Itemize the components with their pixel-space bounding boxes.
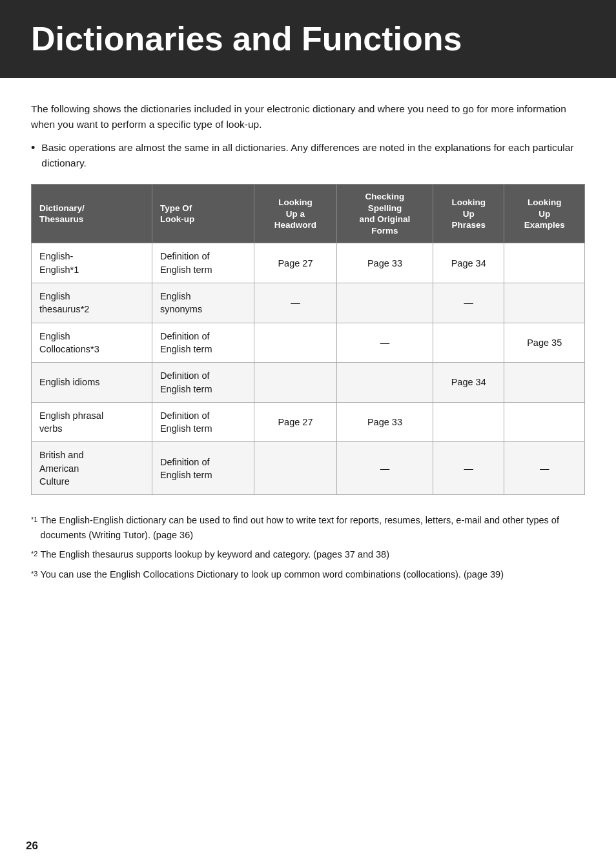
cell-headword: Page 27 bbox=[254, 243, 336, 283]
cell-phrases: — bbox=[433, 283, 504, 323]
table-row: English idiomsDefinition ofEnglish termP… bbox=[32, 363, 585, 403]
cell-type: Englishsynonyms bbox=[152, 283, 254, 323]
col-header-dict: Dictionary/Thesaurus bbox=[32, 185, 152, 243]
cell-type: Definition ofEnglish term bbox=[152, 363, 254, 403]
cell-spelling: — bbox=[336, 442, 433, 495]
cell-spelling bbox=[336, 283, 433, 323]
cell-examples bbox=[504, 363, 585, 403]
footnote-item: *2The English thesaurus supports lookup … bbox=[31, 547, 585, 561]
cell-type: Definition ofEnglish term bbox=[152, 323, 254, 363]
cell-phrases: Page 34 bbox=[433, 363, 504, 403]
cell-phrases: Page 34 bbox=[433, 243, 504, 283]
intro-paragraph: The following shows the dictionaries inc… bbox=[31, 101, 585, 132]
col-header-spelling: CheckingSpellingand OriginalForms bbox=[336, 185, 433, 243]
table-row: EnglishCollocations*3Definition ofEnglis… bbox=[32, 323, 585, 363]
bullet-item: • Basic operations are almost the same i… bbox=[31, 140, 585, 171]
cell-spelling: — bbox=[336, 323, 433, 363]
table-row: English phrasalverbsDefinition ofEnglish… bbox=[32, 402, 585, 442]
cell-type: Definition ofEnglish term bbox=[152, 442, 254, 495]
cell-headword: Page 27 bbox=[254, 402, 336, 442]
cell-dict: English-English*1 bbox=[32, 243, 152, 283]
cell-spelling: Page 33 bbox=[336, 243, 433, 283]
footnote-text: The English-English dictionary can be us… bbox=[40, 513, 585, 542]
footnote-marker: *2 bbox=[31, 549, 37, 560]
footnote-text: The English thesaurus supports lookup by… bbox=[40, 547, 389, 561]
cell-dict: English idioms bbox=[32, 363, 152, 403]
page-number: 26 bbox=[26, 840, 38, 853]
cell-examples bbox=[504, 402, 585, 442]
cell-dict: Englishthesaurus*2 bbox=[32, 283, 152, 323]
cell-spelling: Page 33 bbox=[336, 402, 433, 442]
footnote-item: *1The English-English dictionary can be … bbox=[31, 513, 585, 542]
cell-dict: EnglishCollocations*3 bbox=[32, 323, 152, 363]
footnote-marker: *1 bbox=[31, 514, 37, 525]
dictionaries-table: Dictionary/Thesaurus Type OfLook-up Look… bbox=[31, 184, 585, 495]
cell-dict: English phrasalverbs bbox=[32, 402, 152, 442]
table-row: British andAmericanCultureDefinition ofE… bbox=[32, 442, 585, 495]
cell-examples: — bbox=[504, 442, 585, 495]
footnotes-section: *1The English-English dictionary can be … bbox=[0, 513, 616, 581]
table-section: Dictionary/Thesaurus Type OfLook-up Look… bbox=[0, 184, 616, 495]
table-row: Englishthesaurus*2Englishsynonyms—— bbox=[32, 283, 585, 323]
intro-section: The following shows the dictionaries inc… bbox=[0, 101, 616, 171]
cell-examples: Page 35 bbox=[504, 323, 585, 363]
cell-examples bbox=[504, 243, 585, 283]
page-wrapper: Dictionaries and Functions The following… bbox=[0, 0, 616, 868]
cell-type: Definition ofEnglish term bbox=[152, 243, 254, 283]
bullet-icon: • bbox=[31, 140, 35, 156]
footnote-text: You can use the English Collocations Dic… bbox=[40, 567, 504, 581]
col-header-headword: LookingUp aHeadword bbox=[254, 185, 336, 243]
table-header-row: Dictionary/Thesaurus Type OfLook-up Look… bbox=[32, 185, 585, 243]
cell-dict: British andAmericanCulture bbox=[32, 442, 152, 495]
footnote-item: *3You can use the English Collocations D… bbox=[31, 567, 585, 581]
cell-phrases bbox=[433, 323, 504, 363]
col-header-type: Type OfLook-up bbox=[152, 185, 254, 243]
cell-headword: — bbox=[254, 283, 336, 323]
cell-examples bbox=[504, 283, 585, 323]
footnote-marker: *3 bbox=[31, 569, 37, 580]
cell-headword bbox=[254, 442, 336, 495]
cell-phrases: — bbox=[433, 442, 504, 495]
bullet-text: Basic operations are almost the same in … bbox=[41, 140, 585, 171]
cell-headword bbox=[254, 323, 336, 363]
cell-type: Definition ofEnglish term bbox=[152, 402, 254, 442]
header-banner: Dictionaries and Functions bbox=[0, 0, 616, 78]
col-header-phrases: LookingUpPhrases bbox=[433, 185, 504, 243]
table-row: English-English*1Definition ofEnglish te… bbox=[32, 243, 585, 283]
cell-spelling bbox=[336, 363, 433, 403]
page-title: Dictionaries and Functions bbox=[31, 21, 585, 57]
cell-phrases bbox=[433, 402, 504, 442]
cell-headword bbox=[254, 363, 336, 403]
col-header-examples: LookingUpExamples bbox=[504, 185, 585, 243]
